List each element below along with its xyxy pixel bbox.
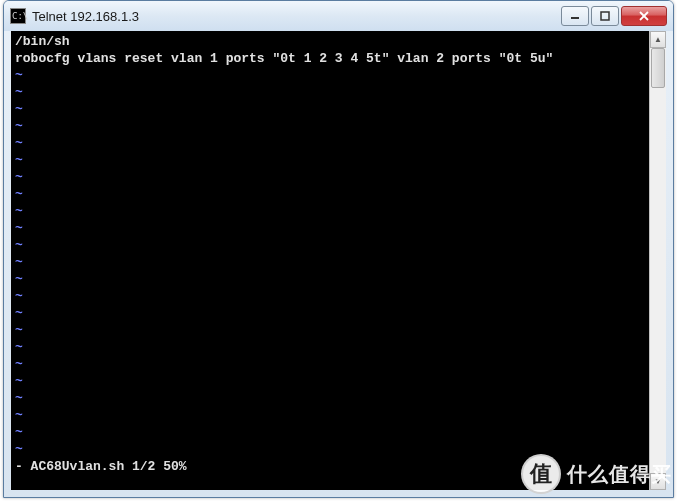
svg-rect-0 (571, 17, 579, 19)
minimize-icon (570, 11, 580, 21)
terminal-tilde: ~ (15, 186, 645, 203)
terminal-tilde: ~ (15, 254, 645, 271)
terminal-tilde: ~ (15, 169, 645, 186)
svg-rect-1 (601, 12, 609, 20)
scroll-down-button[interactable]: ▼ (650, 473, 666, 490)
close-button[interactable] (621, 6, 667, 26)
terminal-tilde: ~ (15, 424, 645, 441)
terminal-tilde: ~ (15, 67, 645, 84)
terminal-tilde: ~ (15, 288, 645, 305)
telnet-window: C:\ Telnet 192.168.1.3 /bin/shrobocfg vl… (3, 0, 674, 498)
terminal-tilde: ~ (15, 322, 645, 339)
terminal[interactable]: /bin/shrobocfg vlans reset vlan 1 ports … (11, 31, 649, 490)
terminal-tilde: ~ (15, 373, 645, 390)
window-title: Telnet 192.168.1.3 (32, 9, 559, 24)
terminal-line: /bin/sh (15, 33, 645, 50)
client-area: /bin/shrobocfg vlans reset vlan 1 ports … (11, 31, 666, 490)
app-icon: C:\ (10, 8, 26, 24)
terminal-tilde: ~ (15, 339, 645, 356)
scroll-up-button[interactable]: ▲ (650, 31, 666, 48)
maximize-icon (600, 11, 610, 21)
terminal-tilde: ~ (15, 220, 645, 237)
terminal-tilde: ~ (15, 203, 645, 220)
terminal-tilde: ~ (15, 407, 645, 424)
scroll-thumb[interactable] (651, 48, 665, 88)
titlebar[interactable]: C:\ Telnet 192.168.1.3 (4, 1, 673, 31)
terminal-tilde: ~ (15, 101, 645, 118)
terminal-tilde: ~ (15, 356, 645, 373)
maximize-button[interactable] (591, 6, 619, 26)
window-controls (559, 6, 667, 26)
minimize-button[interactable] (561, 6, 589, 26)
terminal-line: robocfg vlans reset vlan 1 ports "0t 1 2… (15, 50, 645, 67)
terminal-tilde: ~ (15, 237, 645, 254)
terminal-tilde: ~ (15, 135, 645, 152)
terminal-tilde: ~ (15, 152, 645, 169)
terminal-status: - AC68Uvlan.sh 1/2 50% (15, 458, 645, 475)
terminal-tilde: ~ (15, 271, 645, 288)
terminal-tilde: ~ (15, 441, 645, 458)
scroll-track[interactable] (650, 48, 666, 473)
vertical-scrollbar[interactable]: ▲ ▼ (649, 31, 666, 490)
close-icon (638, 11, 650, 21)
terminal-tilde: ~ (15, 390, 645, 407)
terminal-tilde: ~ (15, 84, 645, 101)
terminal-tilde: ~ (15, 118, 645, 135)
terminal-tilde: ~ (15, 305, 645, 322)
